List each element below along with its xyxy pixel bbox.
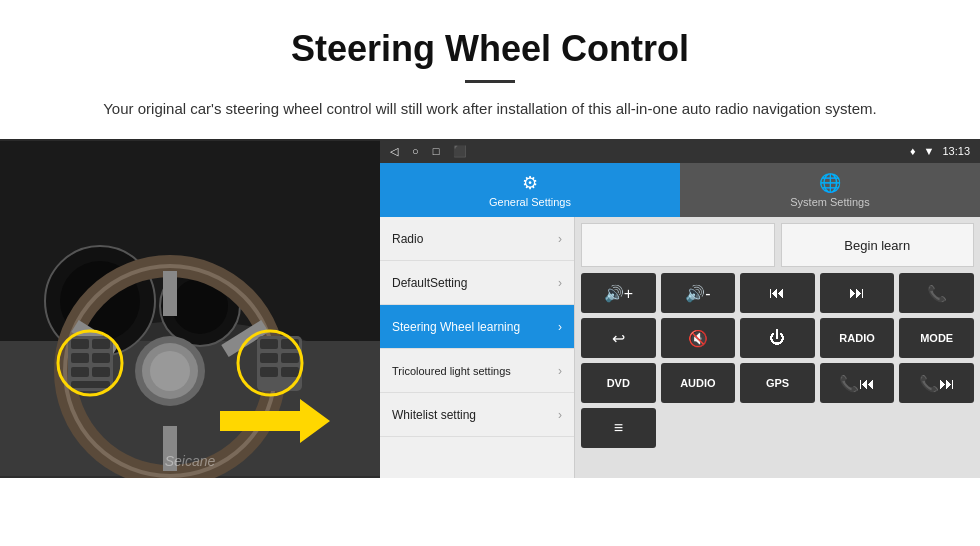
- recents-nav-icon[interactable]: □: [433, 145, 440, 157]
- menu-grid-icon: ≡: [614, 419, 623, 437]
- svg-point-17: [150, 351, 190, 391]
- call-next-icon: 📞⏭: [919, 374, 955, 393]
- svg-rect-31: [260, 367, 278, 377]
- chevron-icon: ›: [558, 364, 562, 378]
- title-divider: [465, 80, 515, 83]
- call-prev-icon: 📞⏮: [839, 374, 875, 393]
- dvd-label: DVD: [607, 377, 630, 389]
- menu-item-tricoloured[interactable]: Tricoloured light settings ›: [380, 349, 574, 393]
- svg-rect-21: [71, 353, 89, 363]
- signal-icon: ▼: [924, 145, 935, 157]
- svg-rect-25: [71, 381, 110, 388]
- gps-button[interactable]: GPS: [740, 363, 815, 403]
- nav-icons: ◁ ○ □ ⬛: [390, 145, 467, 158]
- mode-button[interactable]: MODE: [899, 318, 974, 358]
- begin-learn-row: Begin learn: [581, 223, 974, 267]
- svg-rect-27: [260, 339, 278, 349]
- radio-label: RADIO: [839, 332, 874, 344]
- page-container: Steering Wheel Control Your original car…: [0, 0, 980, 478]
- svg-rect-30: [281, 353, 299, 363]
- menu-item-radio[interactable]: Radio ›: [380, 217, 574, 261]
- menu-item-steering-wheel[interactable]: Steering Wheel learning ›: [380, 305, 574, 349]
- chevron-icon: ›: [558, 232, 562, 246]
- subtitle: Your original car's steering wheel contr…: [60, 97, 920, 121]
- tab-general-label: General Settings: [489, 196, 571, 208]
- svg-text:Seicane: Seicane: [165, 453, 216, 469]
- tab-bar: ⚙ General Settings 🌐 System Settings: [380, 163, 980, 217]
- vol-up-icon: 🔊+: [604, 284, 633, 303]
- mute-icon: 🔇: [688, 329, 708, 348]
- audio-label: AUDIO: [680, 377, 715, 389]
- blank-input-box: [581, 223, 775, 267]
- status-right: ♦ ▼ 13:13: [910, 145, 970, 157]
- location-icon: ♦: [910, 145, 916, 157]
- steering-wheel-illustration: Seicane: [0, 139, 380, 478]
- back-nav-icon[interactable]: ◁: [390, 145, 398, 158]
- status-bar: ◁ ○ □ ⬛ ♦ ▼ 13:13: [380, 139, 980, 163]
- radio-button[interactable]: RADIO: [820, 318, 895, 358]
- back-icon: ↩: [612, 329, 625, 348]
- begin-learn-button[interactable]: Begin learn: [781, 223, 975, 267]
- vol-up-button[interactable]: 🔊+: [581, 273, 656, 313]
- dvd-button[interactable]: DVD: [581, 363, 656, 403]
- power-icon: ⏻: [769, 329, 785, 347]
- call-prev-button[interactable]: 📞⏮: [820, 363, 895, 403]
- tab-system-settings[interactable]: 🌐 System Settings: [680, 163, 980, 217]
- menu-item-whitelist[interactable]: Whitelist setting ›: [380, 393, 574, 437]
- svg-rect-20: [92, 339, 110, 349]
- back-button[interactable]: ↩: [581, 318, 656, 358]
- svg-rect-32: [281, 367, 299, 377]
- svg-rect-23: [71, 367, 89, 377]
- chevron-icon: ›: [558, 320, 562, 334]
- mode-label: MODE: [920, 332, 953, 344]
- gps-label: GPS: [766, 377, 789, 389]
- android-panel: ◁ ○ □ ⬛ ♦ ▼ 13:13 ⚙ General Settings: [380, 139, 980, 478]
- screenshot-nav-icon[interactable]: ⬛: [453, 145, 467, 158]
- prev-icon: ⏮: [769, 284, 785, 302]
- svg-rect-24: [92, 367, 110, 377]
- system-settings-icon: 🌐: [819, 172, 841, 194]
- general-settings-icon: ⚙: [522, 172, 538, 194]
- header-section: Steering Wheel Control Your original car…: [0, 0, 980, 139]
- vol-down-button[interactable]: 🔊-: [661, 273, 736, 313]
- panel-body: Radio › DefaultSetting › Steering Wheel …: [380, 217, 980, 478]
- power-button[interactable]: ⏻: [740, 318, 815, 358]
- menu-grid-button[interactable]: ≡: [581, 408, 656, 448]
- next-track-button[interactable]: ⏭: [820, 273, 895, 313]
- vol-down-icon: 🔊-: [685, 284, 710, 303]
- svg-rect-22: [92, 353, 110, 363]
- content-area: Seicane ◁ ○ □ ⬛ ♦ ▼ 13:13: [0, 139, 980, 478]
- tab-system-label: System Settings: [790, 196, 869, 208]
- call-next-button[interactable]: 📞⏭: [899, 363, 974, 403]
- car-image-area: Seicane: [0, 139, 380, 478]
- home-nav-icon[interactable]: ○: [412, 145, 419, 157]
- prev-track-button[interactable]: ⏮: [740, 273, 815, 313]
- audio-button[interactable]: AUDIO: [661, 363, 736, 403]
- call-icon: 📞: [927, 284, 947, 303]
- chevron-icon: ›: [558, 408, 562, 422]
- next-icon: ⏭: [849, 284, 865, 302]
- mute-button[interactable]: 🔇: [661, 318, 736, 358]
- menu-list: Radio › DefaultSetting › Steering Wheel …: [380, 217, 575, 478]
- control-grid: 🔊+ 🔊- ⏮ ⏭ 📞: [581, 273, 974, 448]
- call-button[interactable]: 📞: [899, 273, 974, 313]
- svg-rect-29: [260, 353, 278, 363]
- svg-rect-19: [71, 339, 89, 349]
- page-title: Steering Wheel Control: [60, 28, 920, 70]
- menu-item-default-setting[interactable]: DefaultSetting ›: [380, 261, 574, 305]
- tab-general-settings[interactable]: ⚙ General Settings: [380, 163, 680, 217]
- chevron-icon: ›: [558, 276, 562, 290]
- time-display: 13:13: [942, 145, 970, 157]
- control-area: Begin learn 🔊+ 🔊- ⏮: [575, 217, 980, 478]
